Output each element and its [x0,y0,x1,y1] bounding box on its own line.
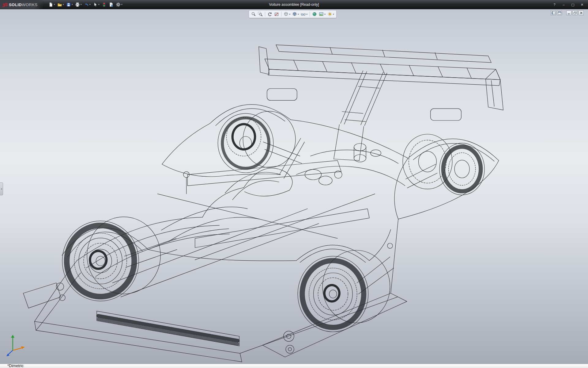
zoom-to-fit-icon [251,12,256,17]
document-window-controls [551,10,584,15]
chevron-down-icon[interactable]: ▾ [54,3,55,6]
display-style-button[interactable]: ▾ [292,11,300,17]
solidworks-logo-icon: ʒS [2,2,7,7]
window-controls: ? – ▢ ✕ [550,0,586,9]
file-properties-button[interactable] [108,1,115,8]
hide-show-glasses-icon [301,12,306,17]
previous-view-button[interactable] [267,11,273,17]
rear-wing-lines [259,45,503,126]
wheel-rear-right [403,134,484,195]
options-gear-icon [116,2,121,7]
new-document-icon [48,2,53,7]
toolbar-separator [265,12,265,17]
minimize-document-icon [567,11,571,14]
window-title: Voiture assomblee [Read-only] [269,2,319,7]
zoom-to-area-icon [258,12,263,17]
chevron-down-icon[interactable]: ▾ [72,3,73,6]
minimize-document-button[interactable] [566,10,571,15]
section-view-button[interactable] [273,11,280,17]
previous-view-icon [267,12,272,17]
apply-scene-icon [319,12,324,17]
orientation-triad[interactable] [6,335,25,356]
section-view-icon [274,12,279,17]
open-button[interactable]: ▾ [56,1,65,8]
view-orientation-label: *Dimetric [7,363,24,368]
chevron-down-icon[interactable]: ▾ [324,13,326,16]
chevron-down-icon[interactable]: ▾ [289,13,290,16]
pane-top-icon [558,11,561,14]
edit-appearance-button[interactable] [311,11,318,17]
view-settings-button[interactable]: ▾ [327,11,335,17]
wheel-rear-left [298,250,390,332]
wheel-front-left [62,217,160,301]
doc-controls-gap [563,10,565,15]
zoom-to-fit-button[interactable] [251,11,257,17]
display-style-cube-icon [292,12,297,17]
zoom-to-area-button[interactable] [257,11,263,17]
logo-text-works: WORKS [22,2,38,7]
restore-document-icon [573,11,577,14]
select-button[interactable]: ▾ [92,1,100,8]
solidworks-logo: ʒS SOLIDWORKS [0,0,43,9]
main-toolbar: ▾ ▾ ▾ [47,1,123,8]
help-button[interactable]: ? [550,2,559,8]
status-bar [0,364,588,368]
chevron-down-icon[interactable]: ▾ [63,3,64,6]
new-document-button[interactable]: ▾ [47,1,56,8]
view-orientation-button[interactable]: ▾ [283,11,291,17]
undo-button[interactable]: ▾ [83,1,92,8]
rebuild-button[interactable] [101,1,107,8]
chevron-down-icon[interactable]: ▾ [89,3,91,6]
select-cursor-icon [93,2,98,7]
chevron-down-icon[interactable]: ▾ [121,3,123,6]
minimize-button[interactable]: – [560,2,568,8]
options-button[interactable]: ▾ [115,1,123,8]
hide-show-items-button[interactable]: ▾ [300,11,308,17]
restore-document-button[interactable] [572,10,578,15]
apply-scene-button[interactable]: ▾ [318,11,326,17]
collapse-arrow-icon: ◂ [1,188,2,190]
show-feature-pane-button[interactable] [551,10,556,15]
chevron-down-icon[interactable]: ▾ [98,3,100,6]
save-button[interactable]: ▾ [65,1,74,8]
maximize-button[interactable]: ▢ [569,2,577,8]
titlebar: ʒS SOLIDWORKS ▾ ▾ [0,0,588,9]
chevron-down-icon[interactable]: ▾ [298,13,299,16]
printer-icon [75,2,80,7]
view-orientation-cube-icon [284,12,288,17]
close-button[interactable]: ✕ [578,2,586,8]
logo-text-solid: SOLID [9,2,22,7]
heads-up-view-toolbar: ▾ ▾ ▾ [249,10,337,18]
print-button[interactable]: ▾ [74,1,83,8]
pane-left-icon [552,11,555,14]
view-settings-sun-icon [327,12,332,17]
chevron-down-icon[interactable]: ▾ [333,13,334,16]
collapsed-panel-tab[interactable]: ◂ [0,182,3,195]
edit-appearance-sphere-icon [312,12,317,17]
close-document-icon [579,11,583,14]
open-folder-icon [57,2,62,7]
rebuild-stoplight-icon [102,2,107,7]
toolbar-separator [310,12,310,17]
file-properties-icon [109,2,114,7]
toolbar-separator [281,12,281,17]
show-task-pane-button[interactable] [557,10,562,15]
chevron-down-icon[interactable]: ▾ [306,13,307,16]
close-document-button[interactable] [579,10,584,15]
undo-arrow-icon [84,2,89,7]
save-floppy-icon [66,2,71,7]
graphics-viewport[interactable]: ▾ ▾ ▾ [0,9,588,364]
wireframe-model[interactable] [0,9,588,364]
solidworks-window: ʒS SOLIDWORKS ▾ ▾ [0,0,588,368]
chevron-down-icon[interactable]: ▾ [81,3,82,6]
